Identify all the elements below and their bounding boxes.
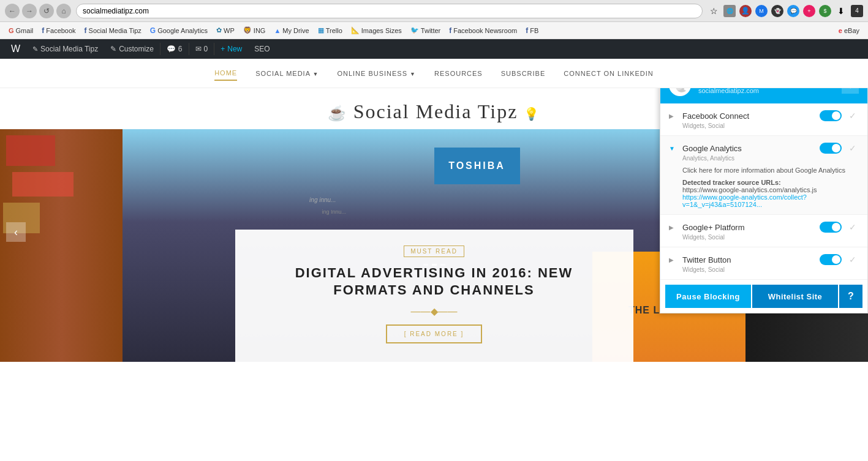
wp-pencil-icon: ✎ xyxy=(32,45,38,53)
bookmark-twitter[interactable]: 🐦 Twitter xyxy=(407,25,444,36)
ext-icon-7[interactable]: $ xyxy=(819,5,831,17)
bookmark-facebook[interactable]: f Facebook xyxy=(38,25,79,36)
nav-item-connect[interactable]: CONNECT ON LINKEDIN xyxy=(564,67,654,80)
google-analytics-more-link[interactable]: Click here for more information about Go… xyxy=(682,167,859,174)
google-analytics-toggle[interactable] xyxy=(820,143,842,154)
wp-new[interactable]: + New xyxy=(214,39,248,59)
bookmark-fb2[interactable]: f FB xyxy=(522,25,542,36)
ext-icon-3[interactable]: M xyxy=(755,5,768,17)
wp-seo[interactable]: SEO xyxy=(248,39,276,59)
nav-item-social-media[interactable]: SOCIAL MEDIA ▼ xyxy=(255,67,319,80)
ext-icon-6[interactable]: + xyxy=(803,5,815,17)
source-url-2-link[interactable]: https://www.google-analytics.com/collect… xyxy=(682,193,859,208)
bookmark-gmail[interactable]: G Gmail xyxy=(5,26,37,36)
nav-social-media-label: SOCIAL MEDIA xyxy=(255,70,310,77)
hero-prev-button[interactable]: ‹ xyxy=(6,222,26,242)
facebook-toggle[interactable] xyxy=(820,110,842,121)
ing-icon: 🦁 xyxy=(243,26,252,34)
google-analytics-chevron[interactable]: ▼ xyxy=(669,145,677,152)
nav-item-resources[interactable]: RESOURCES xyxy=(434,67,483,80)
google-plus-chevron[interactable]: ▶ xyxy=(669,224,677,231)
ghostery-panel: 👻 Ghostery found 4 trackers socialmediat… xyxy=(660,88,868,313)
drive-icon: ▲ xyxy=(274,27,281,34)
bookmark-fbnews[interactable]: f Facebook Newsroom xyxy=(445,25,521,36)
ebay-icon: e xyxy=(839,27,842,34)
bookmark-star-icon[interactable]: ☆ xyxy=(708,5,720,17)
bookmark-smt[interactable]: f Social Media Tipz xyxy=(81,25,145,36)
fb-icon-3: f xyxy=(526,26,528,35)
nav-item-subscribe[interactable]: SUBSCRIBE xyxy=(501,67,546,80)
site-nav: HOME SOCIAL MEDIA ▼ ONLINE BUSINESS ▼ RE… xyxy=(0,59,868,88)
comments-count: 6 xyxy=(178,45,183,53)
nav-buttons: ← → ↺ ⌂ xyxy=(5,4,71,18)
forward-button[interactable]: → xyxy=(22,4,37,18)
ext-icon-4[interactable]: 👻 xyxy=(771,5,783,17)
toshiba-text: TOSHIBA xyxy=(448,160,505,171)
tracker-item-google-plus: ▶ Google+ Platform ✓ Widgets, Social xyxy=(660,215,867,247)
ghostery-footer: Pause Blocking Whitelist Site ? xyxy=(660,280,867,313)
ghostery-url: socialmediatipz.com xyxy=(698,88,834,94)
read-more-button[interactable]: READ MORE xyxy=(386,324,483,343)
bookmark-wp[interactable]: ✿ WP xyxy=(213,25,238,36)
whitelist-site-button[interactable]: Whitelist Site xyxy=(752,285,838,308)
tracker-list: ▶ Facebook Connect ✓ Widgets, Social ▼ G… xyxy=(660,103,867,280)
hero-title-line1: DIGITAL ADVERTISING IN 2016: NEW xyxy=(295,265,573,280)
bookmark-ing[interactable]: 🦁 ING xyxy=(240,25,270,36)
facebook-tracker-subtitle: Widgets, Social xyxy=(682,122,859,129)
customize-icon: ✎ xyxy=(110,45,116,53)
address-bar[interactable] xyxy=(76,4,703,18)
bookmark-imgsizes[interactable]: 📐 Images Sizes xyxy=(347,25,406,36)
ext-icon-1[interactable]: 🌐 xyxy=(723,5,736,17)
bookmark-trello[interactable]: ▦ Trello xyxy=(314,25,346,36)
bookmark-analytics[interactable]: G Google Analytics xyxy=(146,25,211,36)
gmail-icon: G xyxy=(9,27,14,34)
twitter-toggle[interactable] xyxy=(820,254,842,265)
dropdown-icon: ▼ xyxy=(312,71,319,77)
bookmark-gdrive[interactable]: ▲ My Drive xyxy=(270,26,312,36)
help-button[interactable]: ? xyxy=(839,285,862,308)
download-icon[interactable]: ⬇ xyxy=(835,5,847,17)
bookmark-wp-label: WP xyxy=(224,27,235,34)
twitter-check-icon[interactable]: ✓ xyxy=(847,253,859,266)
browser-chrome: ← → ↺ ⌂ ☆ 🌐 👤 M 👻 💬 + $ ⬇ 4 xyxy=(0,0,868,22)
pause-blocking-button[interactable]: Pause Blocking xyxy=(665,285,751,308)
wp-messages[interactable]: ✉ 0 xyxy=(189,39,214,59)
google-icon: G xyxy=(150,26,156,35)
dropdown-icon-2: ▼ xyxy=(410,71,416,77)
must-read-badge: MUST READ xyxy=(404,245,464,257)
back-button[interactable]: ← xyxy=(5,4,20,18)
hero-title: DIGITAL ADVERTISING IN 2016: NEW FORMATS… xyxy=(260,264,609,299)
home-button[interactable]: ⌂ xyxy=(56,4,71,18)
nav-item-home[interactable]: HOME xyxy=(214,66,237,81)
refresh-button[interactable]: ↺ xyxy=(39,4,54,18)
ghostery-settings-button[interactable]: ⚙ xyxy=(842,88,859,94)
ext-icon-5[interactable]: 💬 xyxy=(787,5,799,17)
facebook-check-icon[interactable]: ✓ xyxy=(847,110,859,122)
wp-comments[interactable]: 💬 6 xyxy=(160,39,189,59)
wp-logo-item[interactable]: W xyxy=(5,39,26,59)
facebook-toggle-track xyxy=(820,110,842,121)
google-analytics-check-icon[interactable]: ✓ xyxy=(847,142,859,154)
tracker-item-facebook: ▶ Facebook Connect ✓ Widgets, Social xyxy=(660,103,867,136)
ghostery-badge[interactable]: 4 xyxy=(851,5,863,17)
facebook-icon: f xyxy=(42,26,44,35)
ext-icon-2[interactable]: 👤 xyxy=(739,5,752,17)
bookmarks-bar: G Gmail f Facebook f Social Media Tipz G… xyxy=(0,22,868,39)
new-label: New xyxy=(227,45,242,53)
wp-customize[interactable]: ✎ Customize xyxy=(104,39,160,59)
facebook-chevron[interactable]: ▶ xyxy=(669,113,677,119)
toshiba-sign: TOSHIBA xyxy=(434,148,520,184)
bookmark-ebay[interactable]: e eBay xyxy=(835,26,863,36)
wp-site-name[interactable]: ✎ Social Media Tipz xyxy=(26,39,104,59)
google-plus-toggle-thumb xyxy=(832,223,840,231)
nav-item-online-business[interactable]: ONLINE BUSINESS ▼ xyxy=(337,67,416,80)
tagline-2: ing Innu... xyxy=(322,209,346,215)
google-plus-check-icon[interactable]: ✓ xyxy=(847,221,859,233)
twitter-chevron[interactable]: ▶ xyxy=(669,257,677,263)
source-urls-label: Detected tracker source URLs: xyxy=(682,179,859,186)
ghost-icon: 👻 xyxy=(673,88,688,92)
hero-overlay-card: MUST READ DIGITAL ADVERTISING IN 2016: N… xyxy=(235,230,633,362)
nav-online-business-label: ONLINE BUSINESS xyxy=(337,70,407,77)
customize-label: Customize xyxy=(119,45,154,53)
google-plus-toggle[interactable] xyxy=(820,222,842,233)
